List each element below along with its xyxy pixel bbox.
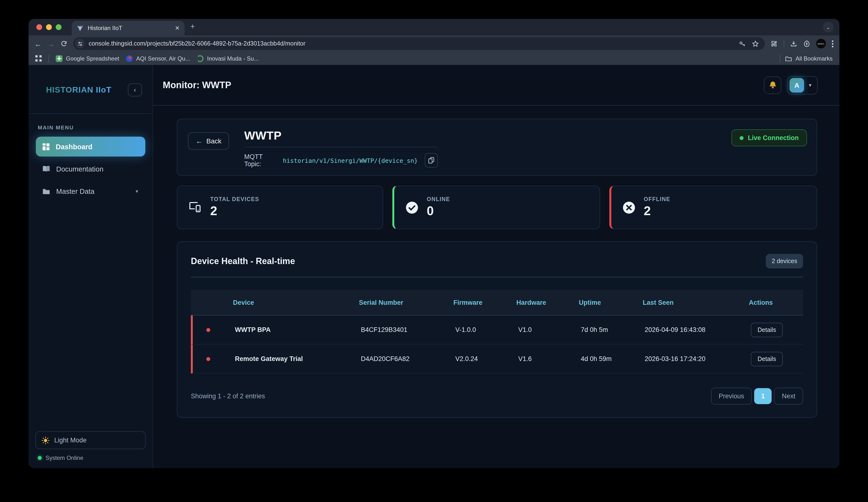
chevron-down-icon: ▼ [135,189,139,194]
device-last-seen: 2026-04-09 16:43:08 [633,326,740,334]
back-arrow-icon: ← [196,137,203,145]
bookmark-google-spreadsheet[interactable]: Google Spreadsheet [56,55,119,62]
sidebar: HISTORIAN IIoT ‹ MAIN MENU Dashboard [29,65,153,468]
app-root: HISTORIAN IIoT ‹ MAIN MENU Dashboard [29,65,839,468]
device-name: WWTP BPA [224,326,350,334]
menu-section-label: MAIN MENU [38,124,143,130]
browser-window: Historian IIoT ✕ + ⌄ ← → console.thingsi… [29,19,839,468]
project-divider [244,147,438,147]
sidebar-item-dashboard[interactable]: Dashboard [36,137,145,156]
copy-topic-button[interactable] [425,153,438,168]
password-key-icon[interactable] [739,40,746,47]
system-status: System Online [35,449,146,464]
page-1-button[interactable]: 1 [754,388,772,404]
sun-icon [42,436,49,444]
entries-summary: Showing 1 - 2 of 2 entries [191,392,265,400]
page-header: Monitor: WWTP A ▼ [153,65,839,106]
folder-icon [42,188,50,195]
device-hardware: V1.0 [507,326,570,334]
dashboard-grid-icon [42,143,50,151]
device-last-seen: 2026-03-16 17:24:20 [633,355,740,362]
col-actions: Actions [738,299,803,306]
main-menu: MAIN MENU Dashboard Documentati [29,114,153,204]
tab-title: Historian IIoT [88,25,171,31]
sheets-icon [56,55,62,62]
tab-close-icon[interactable]: ✕ [175,25,180,31]
back-nav-icon[interactable]: ← [34,40,42,47]
project-card: ← Back WWTP MQTT Topic: historian/v1/Sin… [177,119,817,176]
details-button[interactable]: Details [751,351,783,366]
pagination: Previous 1 Next [711,388,803,404]
all-bookmarks-button[interactable]: All Bookmarks [785,55,833,62]
col-serial: Serial Number [348,299,442,306]
next-page-button[interactable]: Next [774,388,803,404]
inovasi-icon [197,55,204,62]
book-icon [42,165,50,173]
col-last-seen: Last Seen [632,299,738,306]
device-uptime: 7d 0h 5m [570,326,633,334]
details-button[interactable]: Details [751,322,783,337]
status-dot-green [38,456,42,460]
address-bar[interactable]: console.thingsid.com/projects/bf25b2b2-6… [73,37,765,50]
chevron-down-icon: ▼ [808,83,812,88]
browser-toolbar: ← → console.thingsid.com/projects/bf25b2… [29,35,839,52]
device-table: Device Serial Number Firmware Hardware U… [191,290,803,373]
extension-leaf-icon[interactable] [803,40,810,47]
browser-tab[interactable]: Historian IIoT ✕ [72,21,185,35]
device-health-card: Device Health - Real-time 2 devices Devi… [177,241,817,418]
sidebar-item-master-data[interactable]: Master Data ▼ [36,181,145,201]
sidebar-collapse-button[interactable]: ‹ [128,83,142,96]
col-uptime: Uptime [568,299,632,306]
table-header-row: Device Serial Number Firmware Hardware U… [191,290,803,316]
site-info-icon[interactable] [75,39,85,49]
device-firmware: V2.0.24 [444,355,507,362]
extensions-puzzle-icon[interactable] [771,40,778,47]
bookmarks-bar: Google Spreadsheet AQI Sensor, Air Qu...… [29,52,839,65]
url-text[interactable]: console.thingsid.com/projects/bf25b2b2-6… [89,40,735,47]
device-firmware: V-1.0.0 [444,326,507,334]
tab-strip: Historian IIoT ✕ + ⌄ [29,19,839,35]
table-row: Remote Gateway Trial D4AD20CF6A82 V2.0.2… [191,345,803,373]
sidebar-footer: Light Mode System Online [29,426,153,468]
bookmark-aqi-sensor[interactable]: AQI Sensor, Air Qu... [126,55,190,62]
reload-icon[interactable] [61,40,67,47]
stat-card-online: ONLINE 0 [392,186,600,229]
minimize-window-button[interactable] [46,24,52,30]
aqi-icon [126,55,133,62]
zoom-window-button[interactable] [56,24,62,30]
browser-menu-icon[interactable] [832,40,834,47]
notifications-button[interactable] [764,76,781,94]
col-device: Device [222,299,348,306]
sidebar-item-documentation[interactable]: Documentation [36,159,145,179]
bookmark-inovasi-muda[interactable]: Inovasi Muda - Su... [197,55,259,62]
stat-card-total-devices: TOTAL DEVICES 2 [177,186,383,229]
new-tab-button[interactable]: + [190,23,195,31]
apps-grid-icon[interactable] [35,55,42,62]
device-health-title: Device Health - Real-time [191,256,295,266]
main-area: Monitor: WWTP A ▼ [153,65,839,468]
bookmark-star-icon[interactable] [752,40,759,47]
devices-icon [188,201,202,214]
device-uptime: 4d 0h 59m [570,355,633,362]
device-hardware: V1.6 [507,355,570,362]
user-menu-button[interactable]: A ▼ [787,76,818,94]
close-window-button[interactable] [36,24,42,30]
device-health-divider [191,277,803,278]
tab-search-button[interactable]: ⌄ [823,22,834,32]
desktop: Historian IIoT ✕ + ⌄ ← → console.thingsi… [0,0,868,502]
stats-row: TOTAL DEVICES 2 ONLINE 0 [177,186,817,229]
col-hardware: Hardware [505,299,568,306]
sidebar-header: HISTORIAN IIoT ‹ [29,65,153,114]
device-serial: D4AD20CF6A82 [350,355,444,362]
downloads-icon[interactable] [790,40,797,47]
col-firmware: Firmware [442,299,505,306]
avatar: A [789,78,804,92]
browser-profile-avatar[interactable]: SENA [816,39,826,49]
forward-nav-icon[interactable]: → [48,40,55,47]
light-mode-toggle[interactable]: Light Mode [35,431,146,449]
device-status-dot [206,357,210,361]
x-circle-icon [622,201,636,214]
window-controls [36,24,62,30]
previous-page-button[interactable]: Previous [711,388,752,404]
back-button[interactable]: ← Back [188,132,229,150]
